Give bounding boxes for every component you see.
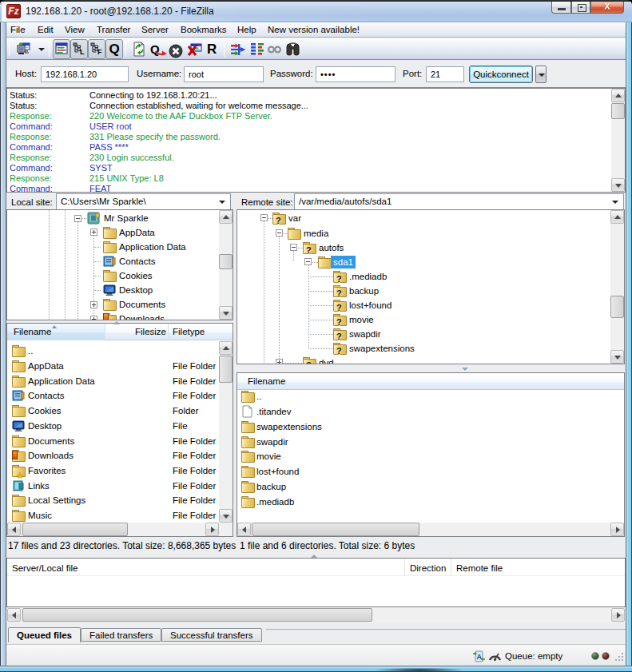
- svg-text:F: F: [97, 48, 102, 55]
- svg-text:L: L: [80, 48, 85, 55]
- svg-text:A: A: [477, 653, 483, 661]
